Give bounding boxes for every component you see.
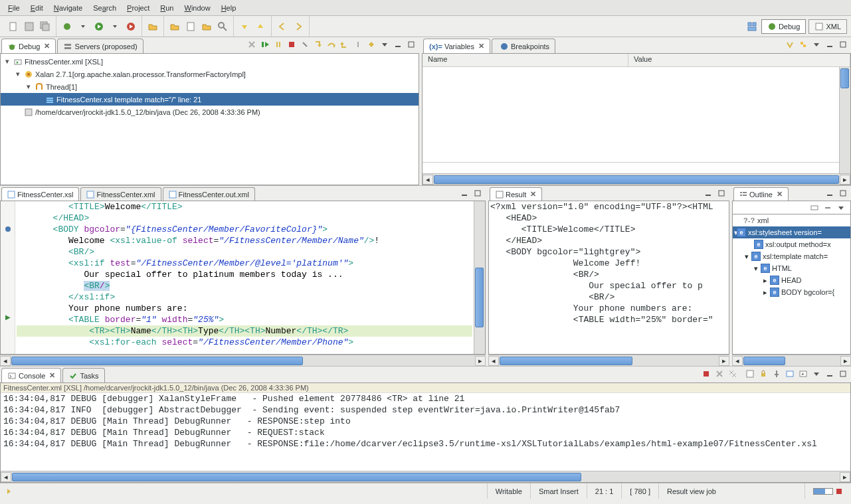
remove-launch-button[interactable]	[246, 39, 258, 50]
terminate-button[interactable]	[286, 39, 298, 50]
close-icon[interactable]: ✕	[49, 371, 55, 380]
result-area[interactable]: <?xml version="1.0" encoding="UTF-8"?><H…	[488, 201, 729, 355]
display-console-button[interactable]	[784, 368, 796, 380]
pin-console-button[interactable]	[771, 368, 783, 380]
save-button[interactable]	[22, 19, 37, 34]
prev-annotation-button[interactable]	[253, 19, 268, 34]
suspend-button[interactable]	[272, 39, 284, 50]
outline-html[interactable]: ▾eHTML	[733, 262, 850, 274]
debug-button[interactable]	[60, 19, 74, 34]
view-menu-button[interactable]	[379, 39, 391, 50]
minimize-button[interactable]	[824, 187, 836, 199]
step-over-button[interactable]	[326, 39, 337, 50]
outline-xml-decl[interactable]: ?-?xml	[733, 214, 850, 226]
editor-area[interactable]: ▶ <TITLE>Welcome</TITLE> </HEAD> <BODY b…	[0, 201, 486, 355]
outline-output[interactable]: exsl:output method=x	[733, 238, 850, 250]
result-hscrollbar[interactable]: ◂ ▸	[488, 355, 729, 366]
tab-console[interactable]: Console ✕	[1, 368, 61, 382]
outline-stylesheet[interactable]: ▾exsl:stylesheet version=	[733, 226, 850, 238]
menu-help[interactable]: Help	[216, 2, 242, 14]
search-button[interactable]	[215, 19, 230, 34]
resume-button[interactable]	[259, 39, 271, 50]
tab-debug[interactable]: Debug ✕	[1, 39, 56, 53]
maximize-button[interactable]	[837, 39, 849, 50]
menu-edit[interactable]: Edit	[25, 2, 48, 14]
open-perspective-button[interactable]	[745, 19, 759, 34]
open-type-button[interactable]	[145, 19, 160, 34]
editor-gutter[interactable]: ▶	[1, 201, 15, 354]
result-source[interactable]: <?xml version="1.0" encoding="UTF-8"?><H…	[489, 201, 715, 354]
run-dropdown[interactable]	[108, 19, 122, 34]
col-name[interactable]: Name	[423, 54, 628, 66]
minimize-button[interactable]	[392, 39, 404, 50]
view-menu-button[interactable]	[835, 202, 847, 214]
console-output[interactable]: 16:34:04,817 DEBUG [debugger] XalanStyle…	[1, 393, 850, 471]
menu-search[interactable]: Search	[88, 2, 122, 14]
maximize-button[interactable]	[715, 187, 727, 199]
vscrollbar[interactable]	[474, 201, 485, 354]
menu-file[interactable]: File	[3, 2, 25, 14]
external-tools-button[interactable]	[124, 19, 138, 34]
minimize-button[interactable]	[824, 368, 836, 380]
forward-button[interactable]	[291, 19, 306, 34]
drop-frame-button[interactable]	[352, 39, 364, 50]
run-button[interactable]	[92, 19, 106, 34]
open-resource-button[interactable]	[183, 19, 198, 34]
remove-launch-button[interactable]	[713, 368, 725, 380]
minimize-button[interactable]	[824, 39, 836, 50]
back-button[interactable]	[275, 19, 290, 34]
perspective-debug[interactable]: Debug	[761, 19, 806, 34]
toggle-button[interactable]	[808, 202, 820, 214]
tab-breakpoints[interactable]: Breakpoints	[492, 39, 555, 53]
tab-tasks[interactable]: Tasks	[62, 368, 104, 382]
folder-button[interactable]	[199, 19, 214, 34]
editor-tab-xsl[interactable]: FitnessCenter.xsl	[1, 187, 79, 201]
save-all-button[interactable]	[38, 19, 52, 34]
open-console-button[interactable]: +	[797, 368, 809, 380]
collapse-button[interactable]	[822, 202, 834, 214]
outline-body[interactable]: ▸eBODY bgcolor={	[733, 286, 850, 298]
editor-tab-out[interactable]: FitnessCenter.out.xml	[163, 187, 255, 201]
collapse-all-button[interactable]	[797, 39, 809, 50]
tree-launch[interactable]: ▾ FitnessCenter.xml [XSL]	[1, 55, 419, 68]
tree-terminated[interactable]: /home/dcarver/jrockit-jdk1.5.0_12/bin/ja…	[1, 106, 419, 118]
menu-project[interactable]: Project	[122, 2, 155, 14]
editor-tab-xml[interactable]: FitnessCenter.xml	[80, 187, 161, 201]
editor-hscrollbar[interactable]: ◂ ▸	[0, 355, 486, 366]
maximize-button[interactable]	[837, 368, 849, 380]
step-return-button[interactable]	[339, 39, 351, 50]
maximize-button[interactable]	[405, 39, 417, 50]
menu-navigate[interactable]: Navigate	[48, 2, 88, 14]
new-wizard-button[interactable]	[167, 19, 182, 34]
hscrollbar[interactable]: ◂ ▸	[423, 173, 850, 185]
clear-console-button[interactable]	[744, 368, 756, 380]
console-hscrollbar[interactable]: ◂ ▸	[1, 471, 850, 482]
show-type-names-button[interactable]	[784, 39, 796, 50]
view-menu-button[interactable]	[810, 39, 822, 50]
maximize-button[interactable]	[837, 187, 849, 199]
debug-tree[interactable]: ▾ FitnessCenter.xml [XSL] ▾ Xalan 2.7.1[…	[1, 54, 419, 120]
maximize-button[interactable]	[472, 187, 484, 199]
outline-template[interactable]: ▾exsl:template match=	[733, 250, 850, 262]
remove-all-button[interactable]	[727, 368, 739, 380]
tab-variables[interactable]: (x)= Variables ✕	[423, 39, 490, 53]
debug-dropdown[interactable]	[76, 19, 90, 34]
scroll-lock-button[interactable]	[757, 368, 769, 380]
tree-thread[interactable]: ▾ Thread[1]	[1, 80, 419, 93]
xsl-source[interactable]: <TITLE>Welcome</TITLE> </HEAD> <BODY bgc…	[15, 201, 474, 354]
tab-outline[interactable]: Outline ✕	[733, 187, 789, 201]
outline-tree[interactable]: ?-?xml ▾exsl:stylesheet version= exsl:ou…	[732, 214, 851, 355]
stop-icon[interactable]	[835, 487, 843, 495]
step-into-button[interactable]	[312, 39, 324, 50]
view-menu-button[interactable]	[810, 368, 822, 380]
step-filters-button[interactable]	[365, 39, 377, 50]
scroll-right-icon[interactable]: ▸	[840, 175, 850, 185]
perspective-xml[interactable]: XML	[808, 19, 847, 34]
outline-head[interactable]: ▸eHEAD	[733, 274, 850, 286]
next-annotation-button[interactable]	[237, 19, 252, 34]
minimize-button[interactable]	[458, 187, 470, 199]
tab-result[interactable]: Result ✕	[490, 187, 542, 201]
col-value[interactable]: Value	[628, 54, 850, 66]
minimize-button[interactable]	[702, 187, 714, 199]
outline-hscrollbar[interactable]: ◂ ▸	[732, 355, 851, 366]
